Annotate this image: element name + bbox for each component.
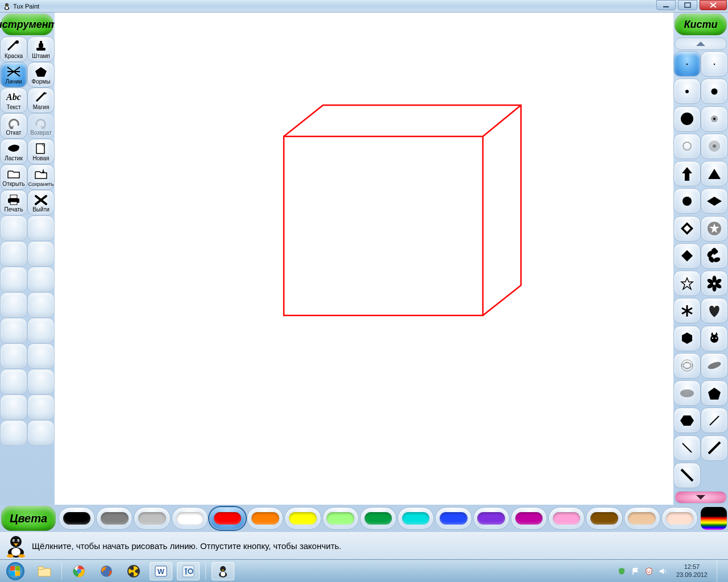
svg-line-70: [709, 442, 720, 454]
color-swatch[interactable]: [322, 507, 359, 530]
brush-blur-line[interactable]: [701, 353, 728, 379]
brush-circle-large[interactable]: [673, 106, 701, 132]
brush-dot-tiny[interactable]: [673, 51, 701, 77]
svg-point-8: [15, 40, 19, 44]
color-swatch[interactable]: [624, 507, 660, 530]
tool-paint[interactable]: Краска: [0, 36, 27, 62]
status-bar: Щёлкните, чтобы начать рисовать линию. О…: [0, 532, 728, 559]
svg-point-29: [713, 118, 715, 120]
tool-save[interactable]: Сохранить: [27, 164, 55, 190]
taskbar-firefox[interactable]: [95, 562, 118, 580]
svg-rect-85: [15, 566, 20, 571]
svg-line-68: [710, 416, 719, 425]
colors-panel: Цвета: [0, 505, 728, 532]
tux-icon: [3, 2, 11, 10]
brush-fuzzy[interactable]: [701, 106, 728, 132]
svg-marker-12: [35, 67, 47, 77]
color-swatch[interactable]: [209, 507, 246, 530]
brush-ring[interactable]: [673, 134, 701, 159]
brush-asterisk[interactable]: [673, 298, 701, 323]
brush-diamond-outline[interactable]: [673, 216, 701, 242]
brush-hex2[interactable]: [673, 408, 701, 433]
tray-security-icon[interactable]: [617, 567, 626, 576]
color-swatch[interactable]: [134, 507, 170, 530]
tool-eraser[interactable]: Ластик: [0, 139, 27, 164]
brushes-grid: [673, 51, 728, 490]
color-swatch[interactable]: [360, 507, 396, 530]
taskbar-tuxpaint[interactable]: [212, 562, 234, 580]
start-button[interactable]: [0, 560, 31, 583]
svg-marker-22: [696, 41, 705, 46]
taskbar-settings[interactable]: [177, 562, 200, 580]
brush-dot-med[interactable]: [701, 78, 728, 104]
brush-heart[interactable]: [701, 298, 728, 323]
tool-magic[interactable]: Магия: [27, 88, 55, 113]
color-swatch[interactable]: [172, 507, 208, 530]
tool-quit[interactable]: Выйти: [27, 190, 55, 215]
brush-diamond[interactable]: [701, 188, 728, 214]
brush-disc[interactable]: [673, 188, 701, 214]
tool-text[interactable]: AbcТекст: [0, 88, 27, 113]
brush-rhombus[interactable]: [673, 243, 701, 269]
tray-volume-icon[interactable]: [658, 567, 667, 576]
brush-hexagon[interactable]: [673, 326, 701, 351]
brush-dot-small[interactable]: [673, 78, 701, 104]
tool-stamp[interactable]: Штамп: [27, 36, 55, 62]
svg-point-78: [14, 541, 15, 542]
color-swatch[interactable]: [511, 507, 547, 530]
svg-marker-14: [41, 126, 46, 129]
color-swatch[interactable]: [548, 507, 585, 530]
color-swatch[interactable]: [435, 507, 471, 530]
tool-open[interactable]: Открыть: [0, 164, 27, 190]
color-swatch[interactable]: [586, 507, 622, 530]
color-swatch[interactable]: [661, 507, 698, 530]
brush-fuzzy-big[interactable]: [701, 134, 728, 159]
svg-rect-11: [40, 41, 42, 44]
brush-flower6[interactable]: [701, 271, 728, 296]
tool-empty: [0, 420, 27, 446]
color-swatch[interactable]: [473, 507, 510, 530]
show-desktop-button[interactable]: [717, 560, 725, 583]
color-swatch[interactable]: [398, 507, 434, 530]
tool-new[interactable]: Новая: [27, 139, 55, 164]
color-swatch[interactable]: [247, 507, 283, 530]
tray-flag-icon[interactable]: [631, 567, 640, 576]
minimize-button[interactable]: [656, 0, 676, 10]
brushes-scroll-up[interactable]: [675, 38, 727, 50]
maximize-button[interactable]: [678, 0, 697, 10]
tray-shield-icon[interactable]: U: [644, 567, 653, 576]
clock-date: 23.09.2012: [676, 571, 708, 579]
color-swatch[interactable]: [59, 507, 95, 530]
tools-panel: Инструменты Краска Штамп Линии Формы Abc…: [0, 13, 55, 505]
brush-blur-oval[interactable]: [673, 380, 701, 406]
tool-undo[interactable]: Откат: [0, 113, 27, 139]
brush-flower5[interactable]: [701, 243, 728, 269]
taskbar-chrome[interactable]: [68, 562, 90, 580]
brush-dot-tiny[interactable]: [701, 51, 728, 77]
brush-triangle[interactable]: [701, 161, 728, 186]
brush-spiro[interactable]: [673, 353, 701, 379]
tool-shapes[interactable]: Формы: [27, 62, 55, 88]
brush-pentagon[interactable]: [701, 380, 728, 406]
color-swatch[interactable]: [96, 507, 133, 530]
brush-flower5-outline[interactable]: [673, 271, 701, 296]
brushes-scroll-down[interactable]: [675, 491, 727, 504]
brush-star-circle[interactable]: [701, 216, 728, 242]
brush-arrow-up[interactable]: [673, 161, 701, 186]
brush-slash-thick-l[interactable]: [673, 463, 701, 488]
color-picker-rainbow[interactable]: [701, 507, 727, 530]
color-swatch[interactable]: [284, 507, 321, 530]
taskbar-explorer[interactable]: [33, 562, 56, 580]
brush-slash-thin-r[interactable]: [701, 408, 728, 433]
taskbar-app-radiation[interactable]: [122, 562, 145, 580]
tool-print[interactable]: Печать: [0, 190, 27, 215]
tool-lines[interactable]: Линии: [0, 62, 27, 88]
brush-slash-thin-l[interactable]: [673, 435, 701, 461]
tool-redo: Возврат: [27, 113, 55, 139]
brush-slash-thick-r[interactable]: [701, 435, 728, 461]
brush-cat[interactable]: [701, 326, 728, 351]
taskbar-word[interactable]: W: [150, 562, 172, 580]
close-button[interactable]: [700, 0, 727, 10]
drawing-canvas[interactable]: [55, 13, 673, 505]
taskbar-clock[interactable]: 12:57 23.09.2012: [672, 563, 712, 578]
